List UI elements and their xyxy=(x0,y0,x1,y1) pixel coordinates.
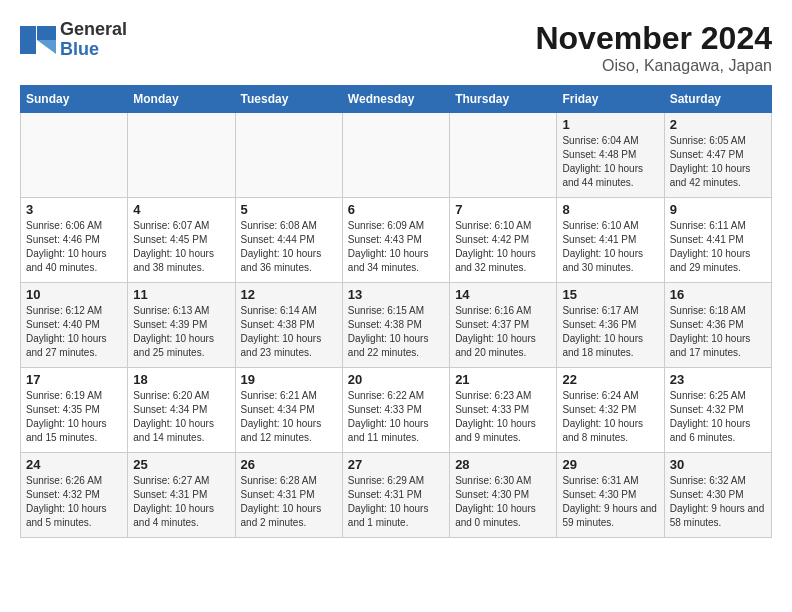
day-info: Sunrise: 6:10 AMSunset: 4:42 PMDaylight:… xyxy=(455,219,551,275)
day-info: Sunrise: 6:17 AMSunset: 4:36 PMDaylight:… xyxy=(562,304,658,360)
calendar-day: 15Sunrise: 6:17 AMSunset: 4:36 PMDayligh… xyxy=(557,283,664,368)
calendar-day: 23Sunrise: 6:25 AMSunset: 4:32 PMDayligh… xyxy=(664,368,771,453)
day-info: Sunrise: 6:19 AMSunset: 4:35 PMDaylight:… xyxy=(26,389,122,445)
calendar-header-friday: Friday xyxy=(557,86,664,113)
day-number: 3 xyxy=(26,202,122,217)
svg-marker-2 xyxy=(37,40,56,54)
calendar-day: 13Sunrise: 6:15 AMSunset: 4:38 PMDayligh… xyxy=(342,283,449,368)
calendar-week-2: 3Sunrise: 6:06 AMSunset: 4:46 PMDaylight… xyxy=(21,198,772,283)
calendar-week-3: 10Sunrise: 6:12 AMSunset: 4:40 PMDayligh… xyxy=(21,283,772,368)
day-number: 23 xyxy=(670,372,766,387)
day-number: 17 xyxy=(26,372,122,387)
day-number: 11 xyxy=(133,287,229,302)
calendar-day: 12Sunrise: 6:14 AMSunset: 4:38 PMDayligh… xyxy=(235,283,342,368)
day-info: Sunrise: 6:16 AMSunset: 4:37 PMDaylight:… xyxy=(455,304,551,360)
day-number: 29 xyxy=(562,457,658,472)
calendar-week-1: 1Sunrise: 6:04 AMSunset: 4:48 PMDaylight… xyxy=(21,113,772,198)
day-info: Sunrise: 6:12 AMSunset: 4:40 PMDaylight:… xyxy=(26,304,122,360)
day-info: Sunrise: 6:14 AMSunset: 4:38 PMDaylight:… xyxy=(241,304,337,360)
calendar-day: 5Sunrise: 6:08 AMSunset: 4:44 PMDaylight… xyxy=(235,198,342,283)
calendar-day: 18Sunrise: 6:20 AMSunset: 4:34 PMDayligh… xyxy=(128,368,235,453)
calendar-header-sunday: Sunday xyxy=(21,86,128,113)
calendar-day: 22Sunrise: 6:24 AMSunset: 4:32 PMDayligh… xyxy=(557,368,664,453)
calendar-week-5: 24Sunrise: 6:26 AMSunset: 4:32 PMDayligh… xyxy=(21,453,772,538)
calendar-day: 2Sunrise: 6:05 AMSunset: 4:47 PMDaylight… xyxy=(664,113,771,198)
calendar-day: 9Sunrise: 6:11 AMSunset: 4:41 PMDaylight… xyxy=(664,198,771,283)
day-number: 13 xyxy=(348,287,444,302)
logo-general: General xyxy=(60,20,127,40)
day-info: Sunrise: 6:23 AMSunset: 4:33 PMDaylight:… xyxy=(455,389,551,445)
logo: General Blue xyxy=(20,20,127,60)
day-info: Sunrise: 6:32 AMSunset: 4:30 PMDaylight:… xyxy=(670,474,766,530)
calendar-day: 1Sunrise: 6:04 AMSunset: 4:48 PMDaylight… xyxy=(557,113,664,198)
day-number: 20 xyxy=(348,372,444,387)
page-title: November 2024 xyxy=(535,20,772,57)
calendar-header-tuesday: Tuesday xyxy=(235,86,342,113)
calendar-week-4: 17Sunrise: 6:19 AMSunset: 4:35 PMDayligh… xyxy=(21,368,772,453)
day-number: 19 xyxy=(241,372,337,387)
svg-rect-0 xyxy=(20,26,36,54)
calendar-day: 20Sunrise: 6:22 AMSunset: 4:33 PMDayligh… xyxy=(342,368,449,453)
calendar-day: 24Sunrise: 6:26 AMSunset: 4:32 PMDayligh… xyxy=(21,453,128,538)
day-info: Sunrise: 6:20 AMSunset: 4:34 PMDaylight:… xyxy=(133,389,229,445)
calendar-day: 11Sunrise: 6:13 AMSunset: 4:39 PMDayligh… xyxy=(128,283,235,368)
day-info: Sunrise: 6:08 AMSunset: 4:44 PMDaylight:… xyxy=(241,219,337,275)
day-number: 6 xyxy=(348,202,444,217)
day-info: Sunrise: 6:13 AMSunset: 4:39 PMDaylight:… xyxy=(133,304,229,360)
day-number: 9 xyxy=(670,202,766,217)
day-info: Sunrise: 6:31 AMSunset: 4:30 PMDaylight:… xyxy=(562,474,658,530)
day-number: 28 xyxy=(455,457,551,472)
day-number: 21 xyxy=(455,372,551,387)
day-info: Sunrise: 6:18 AMSunset: 4:36 PMDaylight:… xyxy=(670,304,766,360)
day-number: 30 xyxy=(670,457,766,472)
day-info: Sunrise: 6:04 AMSunset: 4:48 PMDaylight:… xyxy=(562,134,658,190)
calendar-header-thursday: Thursday xyxy=(450,86,557,113)
day-number: 15 xyxy=(562,287,658,302)
calendar-day: 26Sunrise: 6:28 AMSunset: 4:31 PMDayligh… xyxy=(235,453,342,538)
day-info: Sunrise: 6:28 AMSunset: 4:31 PMDaylight:… xyxy=(241,474,337,530)
calendar-day: 7Sunrise: 6:10 AMSunset: 4:42 PMDaylight… xyxy=(450,198,557,283)
calendar-day: 21Sunrise: 6:23 AMSunset: 4:33 PMDayligh… xyxy=(450,368,557,453)
day-number: 25 xyxy=(133,457,229,472)
calendar-day xyxy=(450,113,557,198)
day-info: Sunrise: 6:09 AMSunset: 4:43 PMDaylight:… xyxy=(348,219,444,275)
day-info: Sunrise: 6:07 AMSunset: 4:45 PMDaylight:… xyxy=(133,219,229,275)
calendar-table: SundayMondayTuesdayWednesdayThursdayFrid… xyxy=(20,85,772,538)
calendar-day: 29Sunrise: 6:31 AMSunset: 4:30 PMDayligh… xyxy=(557,453,664,538)
page-subtitle: Oiso, Kanagawa, Japan xyxy=(535,57,772,75)
day-number: 14 xyxy=(455,287,551,302)
day-number: 26 xyxy=(241,457,337,472)
calendar-day: 19Sunrise: 6:21 AMSunset: 4:34 PMDayligh… xyxy=(235,368,342,453)
day-number: 8 xyxy=(562,202,658,217)
day-number: 16 xyxy=(670,287,766,302)
day-info: Sunrise: 6:05 AMSunset: 4:47 PMDaylight:… xyxy=(670,134,766,190)
calendar-header-wednesday: Wednesday xyxy=(342,86,449,113)
day-number: 5 xyxy=(241,202,337,217)
logo-blue: Blue xyxy=(60,40,127,60)
day-number: 24 xyxy=(26,457,122,472)
day-info: Sunrise: 6:24 AMSunset: 4:32 PMDaylight:… xyxy=(562,389,658,445)
calendar-day: 30Sunrise: 6:32 AMSunset: 4:30 PMDayligh… xyxy=(664,453,771,538)
day-number: 4 xyxy=(133,202,229,217)
day-number: 12 xyxy=(241,287,337,302)
day-number: 1 xyxy=(562,117,658,132)
day-info: Sunrise: 6:06 AMSunset: 4:46 PMDaylight:… xyxy=(26,219,122,275)
day-info: Sunrise: 6:25 AMSunset: 4:32 PMDaylight:… xyxy=(670,389,766,445)
calendar-day: 8Sunrise: 6:10 AMSunset: 4:41 PMDaylight… xyxy=(557,198,664,283)
calendar-header-monday: Monday xyxy=(128,86,235,113)
calendar-day: 28Sunrise: 6:30 AMSunset: 4:30 PMDayligh… xyxy=(450,453,557,538)
page-header: General Blue November 2024 Oiso, Kanagaw… xyxy=(20,20,772,75)
calendar-day: 10Sunrise: 6:12 AMSunset: 4:40 PMDayligh… xyxy=(21,283,128,368)
title-block: November 2024 Oiso, Kanagawa, Japan xyxy=(535,20,772,75)
day-number: 7 xyxy=(455,202,551,217)
day-info: Sunrise: 6:15 AMSunset: 4:38 PMDaylight:… xyxy=(348,304,444,360)
day-info: Sunrise: 6:22 AMSunset: 4:33 PMDaylight:… xyxy=(348,389,444,445)
calendar-day: 14Sunrise: 6:16 AMSunset: 4:37 PMDayligh… xyxy=(450,283,557,368)
day-info: Sunrise: 6:21 AMSunset: 4:34 PMDaylight:… xyxy=(241,389,337,445)
calendar-day xyxy=(235,113,342,198)
svg-rect-1 xyxy=(37,26,56,40)
logo-icon xyxy=(20,26,56,54)
calendar-day: 25Sunrise: 6:27 AMSunset: 4:31 PMDayligh… xyxy=(128,453,235,538)
calendar-day xyxy=(128,113,235,198)
calendar-day: 4Sunrise: 6:07 AMSunset: 4:45 PMDaylight… xyxy=(128,198,235,283)
